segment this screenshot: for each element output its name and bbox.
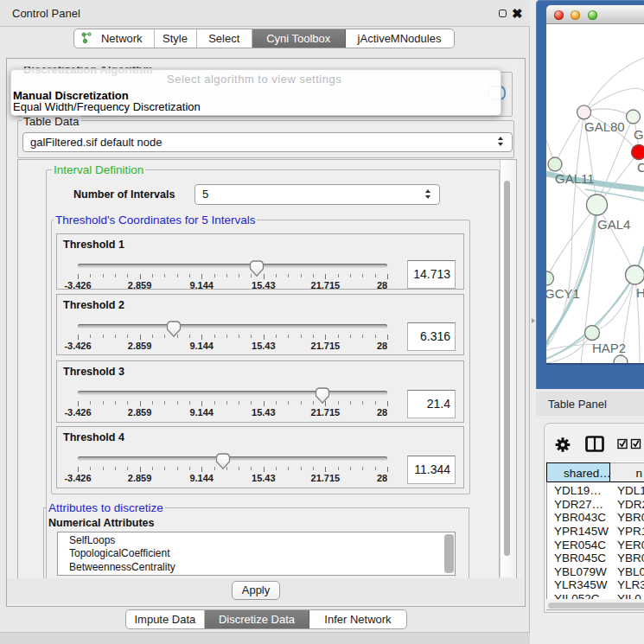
svg-text:HAP2: HAP2 [592,341,626,355]
svg-text:HAP4: HAP4 [636,285,644,300]
svg-text:GAL80: GAL80 [634,127,644,142]
svg-text:GAL11: GAL11 [555,171,595,186]
svg-text:CDC1: CDC1 [637,160,644,175]
svg-text:GAL80: GAL80 [584,119,625,134]
svg-text:GCY1: GCY1 [546,286,580,301]
svg-text:GAL4: GAL4 [597,217,630,232]
